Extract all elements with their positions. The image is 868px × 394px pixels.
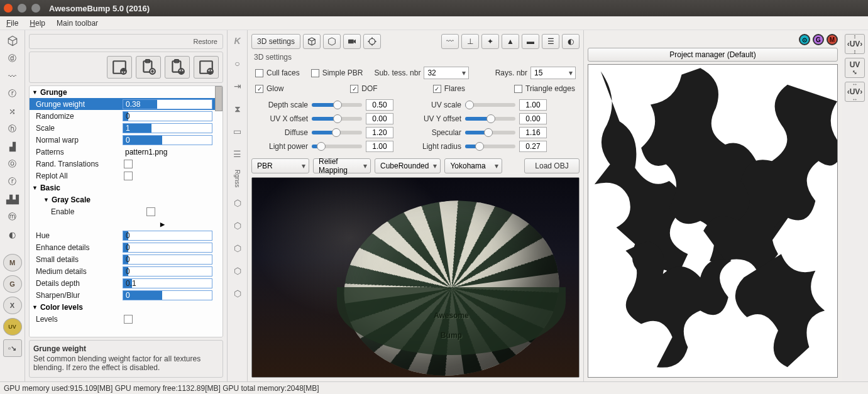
mid-icon-3[interactable]: ⧗ [231, 102, 244, 116]
enable-checkbox[interactable] [146, 207, 155, 216]
row-enhance-details[interactable]: Enhance details0 [30, 241, 222, 253]
row-randomize[interactable]: Randomize 0 [30, 110, 222, 122]
light-radius-slider[interactable] [465, 145, 515, 148]
row-sharpen-blur[interactable]: Sharpen/Blur0 [30, 289, 222, 301]
specular-value[interactable]: 1.16 [519, 127, 547, 138]
scrollbar-handle[interactable] [215, 86, 222, 111]
mid-icon-5[interactable]: ☰ [231, 147, 244, 161]
rand-translations-checkbox[interactable] [124, 160, 133, 168]
cube-select[interactable]: CubeRounded [375, 158, 441, 173]
minimize-icon[interactable] [18, 4, 26, 13]
uv-box-button[interactable]: UV [3, 318, 22, 336]
uvy-offset-value[interactable]: 0.00 [519, 113, 547, 124]
row-grunge-weight[interactable]: Grunge weight 0.38 [30, 98, 222, 110]
group-grayscale[interactable]: Gray Scale [30, 194, 222, 205]
uvx-offset-value[interactable]: 0.00 [366, 113, 393, 124]
camera-button[interactable] [343, 34, 361, 49]
row-scale[interactable]: Scale 1 [30, 122, 222, 134]
o-icon[interactable]: ⓞ [4, 157, 21, 171]
tool-1[interactable]: 〰 [441, 34, 459, 49]
uvy-offset-slider[interactable] [465, 117, 515, 121]
row-replot-all[interactable]: Replot All [30, 170, 222, 182]
tool-7[interactable]: ◐ [562, 34, 580, 49]
cube-button[interactable] [303, 34, 321, 49]
mid-icon-9[interactable]: ⬡ [231, 264, 244, 278]
mid-icon-2[interactable]: ⇥ [231, 79, 244, 93]
tool-3[interactable]: ✦ [481, 34, 499, 49]
light-power-value[interactable]: 1.00 [366, 141, 393, 152]
group-basic[interactable]: Basic [30, 182, 222, 194]
menu-file[interactable]: File [6, 19, 18, 28]
group-grunge[interactable]: Grunge [30, 86, 222, 98]
uvx-offset-slider[interactable] [312, 117, 362, 121]
sub-tess-select[interactable]: 32 [424, 67, 469, 79]
channel-m-button[interactable]: M [827, 34, 838, 45]
restore-button[interactable]: Restore [193, 38, 217, 45]
cull-faces-checkbox[interactable] [255, 69, 263, 77]
uv-scale-value[interactable]: 1.00 [519, 99, 547, 111]
shuffle-icon[interactable]: ⤮ [4, 104, 21, 118]
row-medium-details[interactable]: Medium details0 [30, 265, 222, 277]
r2-icon[interactable]: ⓡ [4, 175, 21, 189]
simple-pbr-checkbox[interactable] [311, 69, 319, 77]
d-icon[interactable]: ⓓ [4, 52, 21, 65]
rays-select[interactable]: 15 [530, 67, 576, 79]
mid-icon-4[interactable]: ▭ [231, 124, 244, 138]
wireframe-button[interactable] [323, 34, 341, 49]
pbr-select[interactable]: PBR [251, 158, 309, 173]
depth-scale-slider[interactable] [312, 103, 362, 107]
project-manager-button[interactable]: Project manager (Default) [588, 48, 838, 62]
flares-checkbox[interactable] [433, 85, 441, 93]
clipboard-down-icon[interactable] [165, 56, 190, 79]
mid-icon-1[interactable]: ○ [231, 57, 244, 70]
relief-select[interactable]: Relief Mapping [313, 158, 371, 173]
mid-icon-7[interactable]: ⬡ [231, 219, 244, 233]
uv-button-2[interactable]: UV⤡ [845, 58, 865, 78]
m-box-button[interactable]: M [3, 254, 22, 271]
row-hue[interactable]: Hue0 [30, 229, 222, 241]
x-box-button[interactable]: X [3, 297, 22, 314]
maximize-icon[interactable] [31, 4, 40, 13]
channel-g-button[interactable]: G [813, 34, 824, 45]
stairs2-icon[interactable]: ▟▟ [4, 192, 21, 206]
row-enable[interactable]: Enable [30, 205, 222, 217]
glow-checkbox[interactable] [255, 85, 263, 93]
group-color-levels[interactable]: Color levels [30, 301, 222, 313]
diffuse-slider[interactable] [312, 131, 362, 134]
3d-settings-button[interactable]: 3D settings [251, 34, 300, 49]
m-icon[interactable]: ⓜ [4, 210, 21, 224]
save-up-icon[interactable] [107, 56, 132, 79]
env-select[interactable]: Yokohama [444, 158, 502, 173]
row-patterns[interactable]: Patterns pattern1.png [30, 146, 222, 158]
tool-5[interactable]: ▬ [522, 34, 539, 49]
diffuse-value[interactable]: 1.20 [366, 127, 393, 138]
mid-icon-8[interactable]: ⬡ [231, 241, 244, 255]
triangle-edges-checkbox[interactable] [514, 85, 522, 93]
row-levels[interactable]: Levels [30, 313, 222, 325]
row-small-details[interactable]: Small details0 [30, 253, 222, 265]
row-normal-warp[interactable]: Normal warp 0 [30, 134, 222, 146]
cube-icon[interactable] [4, 34, 21, 48]
texture-viewport[interactable] [588, 64, 838, 378]
circle-icon[interactable]: ◐ [4, 227, 21, 241]
stairs-icon[interactable]: ▟ [4, 140, 21, 153]
r-icon[interactable]: ⓡ [4, 87, 21, 101]
row-details-depth[interactable]: Details depth0.1 [30, 277, 222, 289]
3d-viewport[interactable]: AwesomeBump [251, 177, 580, 378]
light-radius-value[interactable]: 0.27 [519, 141, 547, 152]
specular-slider[interactable] [465, 131, 515, 134]
box-button[interactable]: ▫↘ [3, 339, 22, 357]
mid-icon-10[interactable]: ⬡ [231, 287, 244, 300]
k-button[interactable]: K [231, 34, 244, 48]
load-obj-button[interactable]: Load OBJ [524, 158, 580, 173]
menu-help[interactable]: Help [30, 19, 45, 28]
dof-checkbox[interactable] [350, 85, 358, 93]
uv-button-1[interactable]: ↕‹UV›↕ [845, 34, 865, 54]
row-rand-translations[interactable]: Rand. Translations [30, 158, 222, 170]
group-components[interactable]: Components [30, 217, 223, 229]
light-power-slider[interactable] [312, 145, 362, 148]
replot-all-checkbox[interactable] [124, 172, 133, 180]
g-box-button[interactable]: G [3, 275, 22, 293]
property-list[interactable]: Grunge Grunge weight 0.38 Randomize 0 Sc… [29, 85, 223, 337]
uv-scale-slider[interactable] [465, 103, 515, 107]
